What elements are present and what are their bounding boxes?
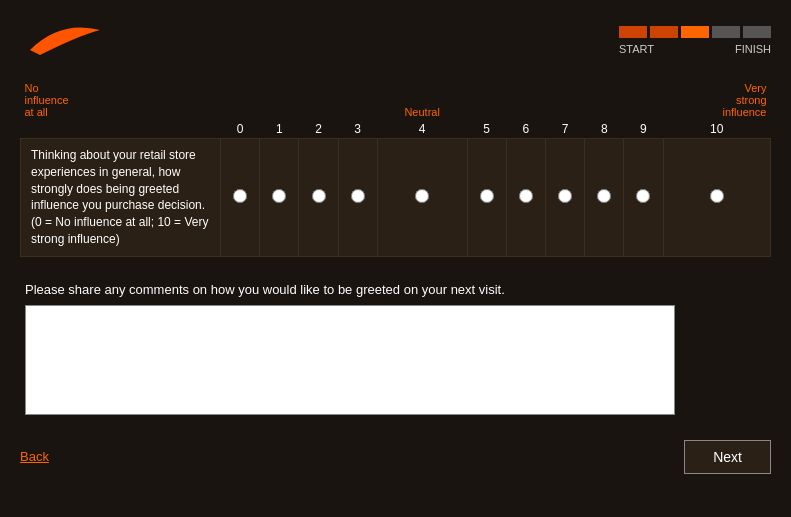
neutral-header: Neutral	[377, 80, 467, 120]
question-text: Thinking about your retail store experie…	[21, 139, 221, 257]
radio-6[interactable]	[506, 139, 545, 257]
scale-label-3: 3	[338, 120, 377, 139]
progress-segment-1	[619, 26, 647, 38]
radio-input-8[interactable]	[597, 189, 611, 203]
radio-input-6[interactable]	[519, 189, 533, 203]
comments-textarea[interactable]	[25, 305, 675, 415]
radio-input-5[interactable]	[480, 189, 494, 203]
scale-2-header	[299, 80, 338, 120]
scale-6-header	[506, 80, 545, 120]
back-button[interactable]: Back	[20, 449, 49, 464]
scale-8-header	[585, 80, 624, 120]
radio-input-4[interactable]	[415, 189, 429, 203]
radio-5[interactable]	[467, 139, 506, 257]
scale-label-10: 10	[663, 120, 770, 139]
radio-10[interactable]	[663, 139, 770, 257]
scale-label-0: 0	[221, 120, 260, 139]
scale-9-header	[624, 80, 663, 120]
scale-label-9: 9	[624, 120, 663, 139]
question-row: Thinking about your retail store experie…	[21, 139, 771, 257]
radio-input-0[interactable]	[233, 189, 247, 203]
radio-3[interactable]	[338, 139, 377, 257]
comments-label: Please share any comments on how you wou…	[25, 282, 766, 297]
scale-5-header	[467, 80, 506, 120]
scale-0-header	[221, 80, 260, 120]
nav-section: Back Next	[0, 430, 791, 484]
progress-segment-5	[743, 26, 771, 38]
scale-label-2: 2	[299, 120, 338, 139]
radio-0[interactable]	[221, 139, 260, 257]
scale-7-header	[545, 80, 584, 120]
radio-input-10[interactable]	[710, 189, 724, 203]
radio-input-2[interactable]	[312, 189, 326, 203]
header: START FINISH	[0, 0, 791, 80]
progress-section: START FINISH	[619, 26, 771, 55]
progress-segment-3	[681, 26, 709, 38]
scale-3-header	[338, 80, 377, 120]
scale-label-5: 5	[467, 120, 506, 139]
progress-segment-4	[712, 26, 740, 38]
progress-segment-2	[650, 26, 678, 38]
radio-input-3[interactable]	[351, 189, 365, 203]
radio-7[interactable]	[545, 139, 584, 257]
main-content: No influence at all Neutral	[0, 80, 791, 425]
scale-label-4: 4	[377, 120, 467, 139]
rating-table: No influence at all Neutral	[20, 80, 771, 257]
scale-label-7: 7	[545, 120, 584, 139]
radio-9[interactable]	[624, 139, 663, 257]
start-label: START	[619, 43, 654, 55]
very-strong-header: Very strong influence	[663, 80, 770, 120]
progress-bar	[619, 26, 771, 38]
no-influence-header: No influence at all	[21, 80, 221, 120]
scale-label-empty	[21, 120, 221, 139]
radio-2[interactable]	[299, 139, 338, 257]
scale-label-1: 1	[260, 120, 299, 139]
radio-1[interactable]	[260, 139, 299, 257]
comments-section: Please share any comments on how you wou…	[20, 272, 771, 425]
scale-1-header	[260, 80, 299, 120]
scale-label-8: 8	[585, 120, 624, 139]
radio-4[interactable]	[377, 139, 467, 257]
next-button[interactable]: Next	[684, 440, 771, 474]
radio-input-1[interactable]	[272, 189, 286, 203]
finish-label: FINISH	[735, 43, 771, 55]
rating-section: No influence at all Neutral	[20, 80, 771, 257]
scale-label-6: 6	[506, 120, 545, 139]
progress-labels: START FINISH	[619, 43, 771, 55]
radio-8[interactable]	[585, 139, 624, 257]
radio-input-9[interactable]	[636, 189, 650, 203]
radio-input-7[interactable]	[558, 189, 572, 203]
nike-logo	[20, 15, 110, 65]
